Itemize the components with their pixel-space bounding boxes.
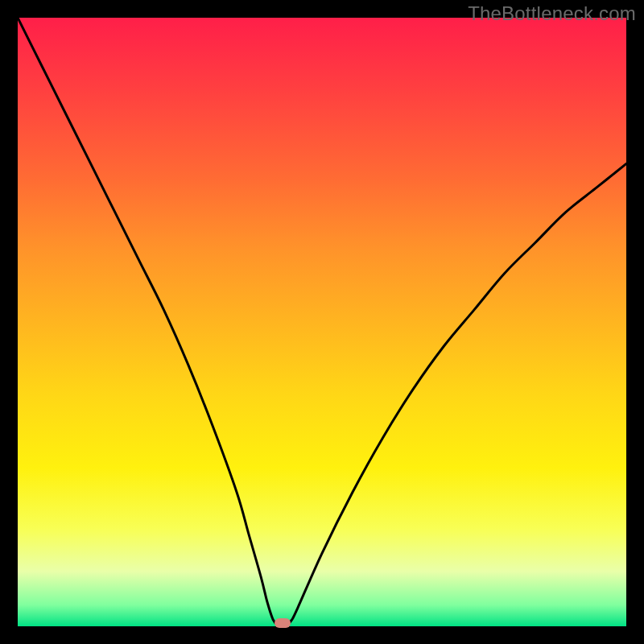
bottleneck-curve <box>18 18 626 626</box>
optimal-point-marker <box>275 618 291 628</box>
chart-plot-area <box>18 18 626 626</box>
watermark-text: TheBottleneck.com <box>468 2 636 25</box>
